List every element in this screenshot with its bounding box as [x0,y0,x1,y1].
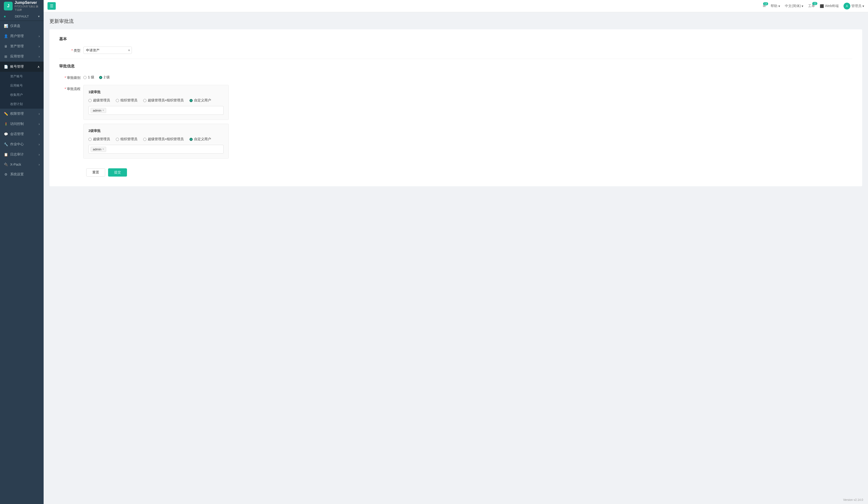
type-row: 类型 申请资产 申请账号 ▾ [59,47,852,54]
language-button[interactable]: 中文(简体) ▾ [785,4,803,8]
level-label: 审批级别 [59,74,83,80]
level1-custom-label: 自定义用户 [194,98,211,103]
level2-custom-label: 自定义用户 [194,137,211,141]
version-footer: Version v2.14.0 [44,496,868,504]
admin-button[interactable]: A 管理员 ▾ [844,3,864,9]
section-divider [59,59,852,59]
page-title: 更新审批流 [50,18,862,24]
form-card: 基本 类型 申请资产 申请账号 ▾ 审 [50,29,862,186]
level1-both-admin-label: 超级管理员+组织管理员 [148,98,184,103]
level-1-option[interactable]: 1 级 [83,75,94,80]
level2-super-admin-radio[interactable] [89,138,92,141]
level1-super-admin-label: 超级管理员 [93,98,110,103]
process-control: 1级审批 超级管理员 组织管理员 [83,85,229,162]
xpack-icon: 🔌 [4,162,8,167]
org-label: DEFAULT [15,14,29,18]
sidebar-item-sys-settings[interactable]: ⚙ 系统设置 [0,169,44,180]
level1-admin-tag-label: admin [93,109,101,112]
level2-both-admin-option[interactable]: 超级管理员+组织管理员 [143,137,184,141]
level2-both-admin-label: 超级管理员+组织管理员 [148,137,184,141]
level-2-option[interactable]: 2 级 [99,75,110,80]
org-chevron-icon: ▾ [38,14,40,18]
sidebar-item-label: 会话管理 [10,132,24,136]
sidebar-item-label: 作业中心 [10,142,24,147]
level1-admin-tag: admin × [91,108,106,113]
help-chevron-icon: ▾ [778,4,780,8]
level1-super-admin-radio[interactable] [89,99,92,102]
type-select[interactable]: 申请资产 申请账号 [83,47,132,54]
level-radio-group: 1 级 2 级 [83,74,229,80]
sidebar-item-account-mgmt[interactable]: 📄 账号管理 ∧ [0,62,44,72]
sidebar-item-dashboard[interactable]: 📊 仪表盘 [0,21,44,31]
approval-section-title: 审批信息 [59,64,852,69]
main-content: 更新审批流 基本 类型 申请资产 申请账号 ▾ [44,12,868,496]
reset-button[interactable]: 重置 [86,168,105,177]
sidebar-item-label: 用户管理 [10,34,24,38]
chevron-right-icon: › [39,54,40,59]
sidebar-item-app-account[interactable]: 应用账号 [0,81,44,90]
process-label: 审批流程 [59,85,83,91]
sidebar-item-asset-mgmt[interactable]: 🖥 资产管理 › [0,41,44,51]
level1-org-admin-label: 组织管理员 [121,98,137,103]
web-terminal-button[interactable]: ⬛ Web终端 [820,4,839,8]
sidebar-item-task-center[interactable]: 🔧 作业中心 › [0,139,44,149]
perm-mgmt-icon: ✏️ [4,112,8,116]
form-buttons: 重置 提交 [86,168,852,177]
sidebar-item-collect-user[interactable]: 收集用户 [0,90,44,99]
help-label: 帮助 [771,4,777,8]
sidebar-item-audit-log[interactable]: 📋 日志审计 › [0,149,44,160]
menu-toggle-button[interactable]: ☰ [48,2,56,10]
dashboard-icon: 📊 [4,24,8,28]
level1-org-admin-radio[interactable] [116,99,119,102]
level2-both-admin-radio[interactable] [143,138,146,141]
logo-text: JumpServer FIT2CLOUD飞致云 旗下品牌 [14,0,40,12]
task-center-icon: 🔧 [4,142,8,146]
org-icon: ■ [4,15,6,18]
type-control: 申请资产 申请账号 ▾ [83,47,229,54]
sidebar-item-user-mgmt[interactable]: 👤 用户管理 › [0,31,44,41]
level1-both-admin-radio[interactable] [143,99,146,102]
level2-custom-radio[interactable] [189,138,193,141]
level-row: 审批级别 1 级 2 级 [59,74,852,80]
submit-button[interactable]: 提交 [108,168,127,177]
logo-icon: J [4,2,13,10]
sidebar-item-label: 账号管理 [10,64,24,69]
level-2-radio[interactable] [99,76,102,79]
level1-both-admin-option[interactable]: 超级管理员+组织管理员 [143,98,184,103]
level2-super-admin-option[interactable]: 超级管理员 [89,137,110,141]
app-mgmt-icon: ⊞ [4,54,8,59]
sidebar-item-access-ctrl[interactable]: 🚦 访问控制 › [0,119,44,129]
level1-custom-radio[interactable] [189,99,193,102]
user-mgmt-icon: 👤 [4,34,8,38]
level2-admin-tag-close[interactable]: × [102,148,104,151]
level2-org-admin-option[interactable]: 组织管理员 [116,137,137,141]
level1-org-admin-option[interactable]: 组织管理员 [116,98,137,103]
level-1-radio[interactable] [83,76,86,79]
level1-title: 1级审批 [89,90,224,94]
language-label: 中文(简体) [785,4,800,8]
account-mgmt-icon: 📄 [4,65,8,69]
sidebar: ■ DEFAULT ▾ 📊 仪表盘 👤 用户管理 › 🖥 资产管理 › [0,12,44,504]
mail-button[interactable]: ✉ 13 [763,4,766,8]
sidebar-item-app-mgmt[interactable]: ⊞ 应用管理 › [0,51,44,62]
level1-admin-tag-close[interactable]: × [102,109,104,112]
level2-approval-block: 2级审批 超级管理员 组织管理员 [83,124,229,159]
level1-super-admin-option[interactable]: 超级管理员 [89,98,110,103]
sidebar-item-change-plan[interactable]: 改密计划 [0,99,44,109]
level1-custom-option[interactable]: 自定义用户 [189,98,211,103]
level2-org-admin-radio[interactable] [116,138,119,141]
org-selector[interactable]: ■ DEFAULT ▾ [0,12,44,21]
sidebar-item-perm-mgmt[interactable]: ✏️ 权限管理 › [0,109,44,119]
level2-tag-input[interactable]: admin × [89,145,224,153]
version-text: Version v2.14.0 [843,498,863,502]
asset-mgmt-icon: 🖥 [4,44,8,48]
sidebar-item-asset-account[interactable]: 资产账号 [0,72,44,81]
sidebar-item-session-mgmt[interactable]: 💬 会话管理 › [0,129,44,139]
sidebar-item-label: 资产管理 [10,44,24,49]
help-button[interactable]: 帮助 ▾ [771,4,780,8]
sidebar-item-xpack[interactable]: 🔌 X-Pack › [0,160,44,169]
level1-tag-input[interactable]: admin × [89,106,224,115]
level2-custom-option[interactable]: 自定义用户 [189,137,211,141]
tools-button[interactable]: 工单 12 [808,4,815,8]
level2-admin-tag-label: admin [93,148,101,151]
